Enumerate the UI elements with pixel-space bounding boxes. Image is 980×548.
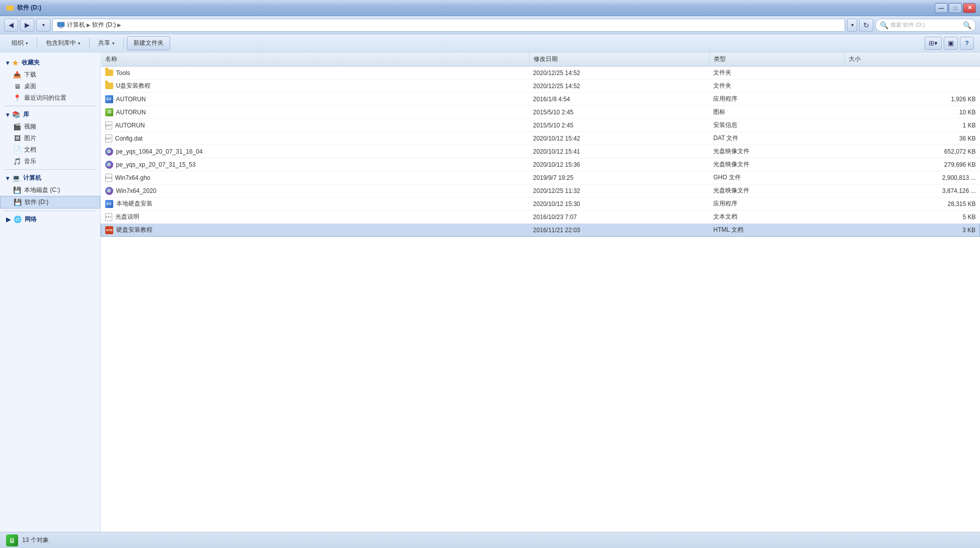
col-header-type[interactable]: 类型 [709,52,845,66]
file-name-text-1: U盘安装教程 [116,82,151,90]
computer-icon [57,21,65,29]
table-row[interactable]: EX本地硬盘安装2020/10/12 15:30应用程序28,315 KB [101,197,980,211]
file-type-8: GHO 文件 [709,171,845,184]
help-button[interactable]: ? [960,37,974,50]
col-header-date[interactable]: 修改日期 [529,52,709,66]
address-dropdown[interactable]: ▾ [847,19,857,32]
sidebar-item-driveC[interactable]: 💾 本地磁盘 (C:) [0,184,100,196]
sidebar-item-documents[interactable]: 📄 文档 [0,144,100,156]
sidebar-item-music[interactable]: 🎵 音乐 [0,156,100,167]
table-row[interactable]: EXAUTORUN2016/1/8 4:54应用程序1,926 KB [101,93,980,106]
file-date-3: 2015/5/10 2:45 [529,106,709,119]
file-type-1: 文件夹 [709,80,845,93]
svg-rect-2 [57,22,64,27]
breadcrumb-computer[interactable]: 计算机 [67,21,85,29]
file-name-cell-12: HTM硬盘安装教程 [101,224,530,237]
pictures-icon: 🖼 [13,134,21,143]
file-name-cell-1: U盘安装教程 [101,80,530,93]
file-date-0: 2020/12/25 14:52 [529,66,709,80]
table-row[interactable]: DATConfig.dat2020/10/12 15:42DAT 文件36 KB [101,132,980,145]
maximize-button[interactable]: □ [949,3,962,13]
address-bar: ◀ ▶ ▾ 计算机 ▶ 软件 (D:) ▶ ▾ ↻ 🔍 搜索 软件 (D:) 🔍 [0,16,980,34]
sidebar-item-videos[interactable]: 🎬 视频 [0,121,100,132]
breadcrumb-sep-2: ▶ [117,22,121,28]
status-count: 13 个对象 [22,536,49,544]
file-size-6: 652,072 KB [845,145,980,158]
file-type-0: 文件夹 [709,66,845,80]
file-type-12: HTML 文档 [709,224,845,237]
file-type-11: 文本文档 [709,211,845,224]
file-date-8: 2019/9/7 19:25 [529,171,709,184]
table-row[interactable]: 💿pe_yqs_xp_20_07_31_15_532020/10/12 15:3… [101,158,980,171]
recent-locations-button[interactable]: ▾ [36,19,50,32]
sidebar-item-downloads[interactable]: 📥 下载 [0,69,100,81]
file-type-2: 应用程序 [709,93,845,106]
back-button[interactable]: ◀ [4,19,18,32]
table-row[interactable]: Tools2020/12/25 14:52文件夹 [101,66,980,80]
file-size-4: 1 KB [845,119,980,132]
file-name-cell-0: Tools [101,66,530,80]
search-submit-icon[interactable]: 🔍 [963,21,971,29]
sidebar-item-recent[interactable]: 📍 最近访问的位置 [0,92,100,104]
file-name-cell-7: 💿pe_yqs_xp_20_07_31_15_53 [101,158,530,171]
close-button[interactable]: ✕ [963,3,976,13]
file-name-text-7: pe_yqs_xp_20_07_31_15_53 [116,161,196,168]
table-row[interactable]: 💿Win7x64_20202020/12/25 11:32光盘映像文件3,874… [101,184,980,197]
file-icon-6: 💿 [105,148,113,156]
toolbar-right: ⊞▾ ▣ ? [925,37,974,50]
search-icon: 🔍 [880,21,888,29]
table-row[interactable]: HTM硬盘安装教程2016/11/21 22:03HTML 文档3 KB [101,224,980,237]
table-row[interactable]: U盘安装教程2020/12/25 14:52文件夹 [101,80,980,93]
file-size-7: 279,696 KB [845,158,980,171]
toolbar-separator-2 [89,38,90,49]
sidebar-section-network: ▶ 🌐 网络 [0,213,100,226]
col-header-name[interactable]: 名称 [101,52,530,66]
file-icon-11: TXT [105,213,112,221]
file-date-6: 2020/10/12 15:41 [529,145,709,158]
new-folder-button[interactable]: 新建文件夹 [127,36,170,50]
documents-icon: 📄 [13,146,21,154]
downloads-label: 下载 [24,71,36,79]
file-table-header: 名称 修改日期 类型 大小 [101,52,980,66]
computer-icon-sidebar: 💻 [12,174,20,182]
breadcrumb-drive[interactable]: 软件 (D:) [92,21,116,29]
file-icon-8: GHO [105,174,112,182]
sidebar-header-computer[interactable]: ▾ 💻 计算机 [0,172,100,184]
forward-button[interactable]: ▶ [20,19,34,32]
sidebar-header-favorites[interactable]: ▾ ★ 收藏夹 [0,56,100,69]
sidebar-item-driveD[interactable]: 💾 软件 (D:) [0,196,100,209]
file-date-9: 2020/12/25 11:32 [529,184,709,197]
address-path[interactable]: 计算机 ▶ 软件 (D:) ▶ [52,19,845,32]
col-header-size[interactable]: 大小 [845,52,980,66]
minimize-button[interactable]: — [935,3,948,13]
computer-label: 计算机 [23,174,41,182]
share-button[interactable]: 共享 ▾ [93,36,120,50]
table-row[interactable]: 💿pe_yqs_1064_20_07_31_16_042020/10/12 15… [101,145,980,158]
file-size-10: 28,315 KB [845,197,980,211]
file-name-text-12: 硬盘安装教程 [116,226,153,234]
sidebar-divider-2 [4,169,96,170]
table-row[interactable]: DATAUTORUN2015/5/10 2:45安装信息1 KB [101,119,980,132]
refresh-button[interactable]: ↻ [859,19,873,32]
window-title: 软件 (D:) [17,4,41,12]
file-icon-0 [105,70,113,76]
file-size-1 [845,80,980,93]
file-date-11: 2016/10/23 7:07 [529,211,709,224]
table-row[interactable]: 🖼AUTORUN2015/5/10 2:45图标10 KB [101,106,980,119]
view-options-button[interactable]: ⊞▾ [925,37,942,50]
sidebar-item-desktop[interactable]: 🖥 桌面 [0,81,100,92]
file-name-text-8: Win7x64.gho [115,174,150,181]
driveD-icon: 💾 [14,198,22,207]
file-name-cell-5: DATConfig.dat [101,132,530,145]
sidebar-item-pictures[interactable]: 🖼 图片 [0,132,100,144]
file-size-11: 5 KB [845,211,980,224]
table-row[interactable]: TXT光盘说明2016/10/23 7:07文本文档5 KB [101,211,980,224]
include-button[interactable]: 包含到库中 ▾ [40,36,86,50]
preview-pane-button[interactable]: ▣ [944,37,958,50]
downloads-icon: 📥 [13,71,21,79]
sidebar-header-libraries[interactable]: ▾ 📚 库 [0,108,100,121]
sidebar-header-network[interactable]: ▶ 🌐 网络 [0,213,100,226]
computer-arrow: ▾ [6,175,9,182]
organize-button[interactable]: 组织 ▾ [6,36,34,50]
table-row[interactable]: GHOWin7x64.gho2019/9/7 19:25GHO 文件2,900,… [101,171,980,184]
